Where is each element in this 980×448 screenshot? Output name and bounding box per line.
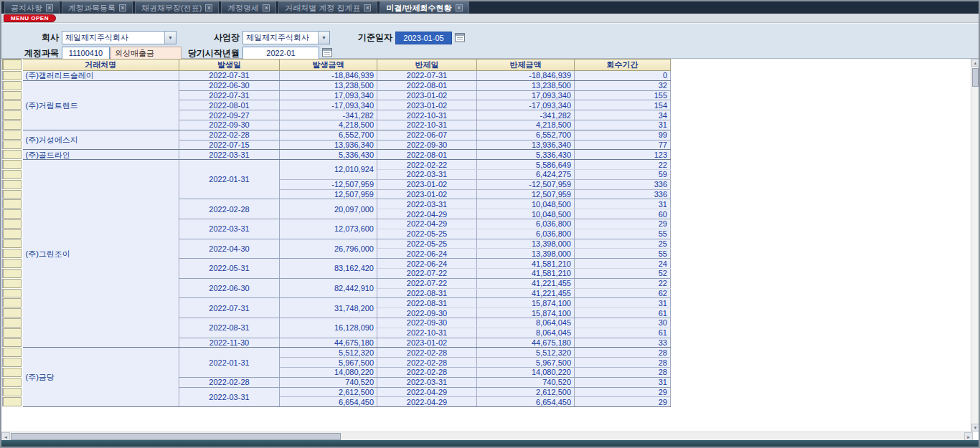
collect-days-cell[interactable]: 31: [575, 199, 671, 209]
settle-amount-cell[interactable]: -341,282: [477, 110, 575, 120]
row-selector[interactable]: [3, 229, 22, 239]
collect-days-cell[interactable]: 31: [575, 377, 671, 387]
occur-amount-cell[interactable]: 12,010,924: [280, 160, 377, 180]
row-selector[interactable]: [3, 219, 22, 229]
settle-amount-cell[interactable]: 15,874,100: [477, 308, 575, 318]
occur-amount-cell[interactable]: 5,512,320: [280, 348, 377, 358]
settle-date-cell[interactable]: 2022-03-31: [377, 199, 477, 209]
customer-name-cell[interactable]: (주)갤러리드슬레이: [22, 71, 179, 81]
tab-close-icon[interactable]: ×: [205, 4, 212, 11]
collect-days-cell[interactable]: 29: [575, 397, 671, 407]
settle-date-cell[interactable]: 2022-05-25: [377, 229, 477, 239]
horizontal-scrollbar[interactable]: ◄ ►: [1, 432, 973, 440]
settle-amount-cell[interactable]: 41,581,210: [477, 259, 575, 269]
settle-amount-cell[interactable]: 13,936,340: [477, 140, 575, 150]
occur-amount-cell[interactable]: 13,936,340: [280, 140, 377, 150]
column-header[interactable]: 반제금액: [477, 59, 575, 71]
occur-amount-cell[interactable]: 20,097,000: [280, 199, 377, 219]
collect-days-cell[interactable]: 22: [575, 160, 671, 170]
occur-date-cell[interactable]: 2022-02-28: [179, 130, 280, 140]
settle-amount-cell[interactable]: 4,218,500: [477, 120, 575, 130]
tab-close-icon[interactable]: ×: [119, 4, 126, 11]
settle-date-cell[interactable]: 2022-08-01: [377, 150, 477, 160]
vertical-scrollbar[interactable]: ▲ ▼: [971, 59, 979, 432]
row-selector[interactable]: [3, 100, 22, 110]
customer-name-cell[interactable]: (주)거성에스지: [22, 130, 179, 150]
occur-date-cell[interactable]: 2022-07-31: [179, 90, 280, 100]
settle-date-cell[interactable]: 2022-02-22: [377, 160, 477, 170]
row-selector[interactable]: [3, 259, 22, 269]
occur-amount-cell[interactable]: 12,073,600: [280, 219, 377, 239]
row-selector[interactable]: [3, 140, 22, 150]
occur-amount-cell[interactable]: 5,967,500: [280, 358, 377, 368]
scroll-down-icon[interactable]: ▼: [971, 424, 979, 432]
occur-date-cell[interactable]: 2022-08-31: [179, 318, 280, 338]
tab-item[interactable]: 거래처별 계정 집계표×: [278, 1, 377, 14]
scroll-up-icon[interactable]: ▲: [971, 59, 979, 67]
settle-date-cell[interactable]: 2023-01-02: [377, 179, 477, 189]
settle-date-cell[interactable]: 2022-09-30: [377, 318, 477, 328]
occur-amount-cell[interactable]: 2,612,500: [280, 387, 377, 397]
occur-amount-cell[interactable]: 31,748,200: [280, 298, 377, 318]
settle-date-cell[interactable]: 2022-02-28: [377, 367, 477, 377]
settle-amount-cell[interactable]: 41,221,455: [477, 278, 575, 288]
occur-amount-cell[interactable]: -17,093,340: [280, 100, 377, 110]
occur-amount-cell[interactable]: 13,238,500: [280, 80, 377, 90]
settle-amount-cell[interactable]: 13,398,000: [477, 239, 575, 249]
collect-days-cell[interactable]: 22: [575, 278, 671, 288]
settle-amount-cell[interactable]: 44,675,180: [477, 338, 575, 348]
vertical-scroll-thumb[interactable]: [972, 68, 979, 87]
calendar-icon[interactable]: [322, 47, 333, 58]
settle-amount-cell[interactable]: 10,048,500: [477, 209, 575, 219]
occur-amount-cell[interactable]: 16,128,090: [280, 318, 377, 338]
occur-date-cell[interactable]: 2022-02-28: [179, 377, 280, 387]
horizontal-scroll-thumb[interactable]: [11, 433, 341, 440]
collect-days-cell[interactable]: 0: [575, 71, 671, 81]
column-header[interactable]: 반제일: [377, 59, 477, 71]
settle-amount-cell[interactable]: 6,552,700: [477, 130, 575, 140]
collect-days-cell[interactable]: 29: [575, 219, 671, 229]
collect-days-cell[interactable]: 31: [575, 120, 671, 130]
settle-amount-cell[interactable]: 13,238,500: [477, 80, 575, 90]
settle-date-cell[interactable]: 2022-10-31: [377, 110, 477, 120]
settle-date-cell[interactable]: 2022-08-31: [377, 298, 477, 308]
occur-amount-cell[interactable]: 12,507,959: [280, 189, 377, 199]
collect-days-cell[interactable]: 34: [575, 110, 671, 120]
collect-days-cell[interactable]: 29: [575, 387, 671, 397]
collect-days-cell[interactable]: 336: [575, 179, 671, 189]
occur-date-cell[interactable]: 2022-01-31: [179, 160, 280, 199]
settle-date-cell[interactable]: 2022-04-29: [377, 219, 477, 229]
occur-date-cell[interactable]: 2022-07-31: [179, 298, 280, 318]
row-selector[interactable]: [3, 278, 22, 288]
settle-amount-cell[interactable]: 14,080,220: [477, 367, 575, 377]
settle-date-cell[interactable]: 2022-07-22: [377, 278, 477, 288]
occur-amount-cell[interactable]: 44,675,180: [280, 338, 377, 348]
collect-days-cell[interactable]: 123: [575, 150, 671, 160]
row-selector[interactable]: [3, 318, 22, 328]
collect-days-cell[interactable]: 155: [575, 90, 671, 100]
settle-amount-cell[interactable]: -18,846,939: [477, 71, 575, 81]
settle-date-cell[interactable]: 2022-08-31: [377, 288, 477, 298]
settle-amount-cell[interactable]: 6,654,450: [477, 397, 575, 407]
row-selector[interactable]: [3, 80, 22, 90]
occur-amount-cell[interactable]: 83,162,420: [280, 259, 377, 279]
tab-close-icon[interactable]: ×: [364, 4, 371, 11]
collect-days-cell[interactable]: 24: [575, 259, 671, 269]
column-header[interactable]: 회수기간: [575, 59, 671, 71]
menu-open-button[interactable]: MENU OPEN: [4, 14, 56, 22]
settle-date-cell[interactable]: 2022-04-29: [377, 397, 477, 407]
row-selector[interactable]: [3, 328, 22, 338]
occur-date-cell[interactable]: 2022-07-15: [179, 140, 280, 150]
settle-date-cell[interactable]: 2022-07-31: [377, 71, 477, 81]
row-selector[interactable]: [3, 367, 22, 377]
tab-active[interactable]: 미결/반제회수현황×: [380, 1, 468, 14]
tab-close-icon[interactable]: ×: [46, 4, 53, 11]
occur-amount-cell[interactable]: 17,093,340: [280, 90, 377, 100]
row-selector[interactable]: [3, 71, 22, 81]
period-start-input[interactable]: 2022-01: [242, 47, 319, 59]
settle-date-cell[interactable]: 2022-02-28: [377, 348, 477, 358]
settle-date-cell[interactable]: 2022-05-25: [377, 239, 477, 249]
settle-amount-cell[interactable]: 5,586,649: [477, 160, 575, 170]
collect-days-cell[interactable]: 25: [575, 239, 671, 249]
settle-amount-cell[interactable]: 8,064,045: [477, 318, 575, 328]
